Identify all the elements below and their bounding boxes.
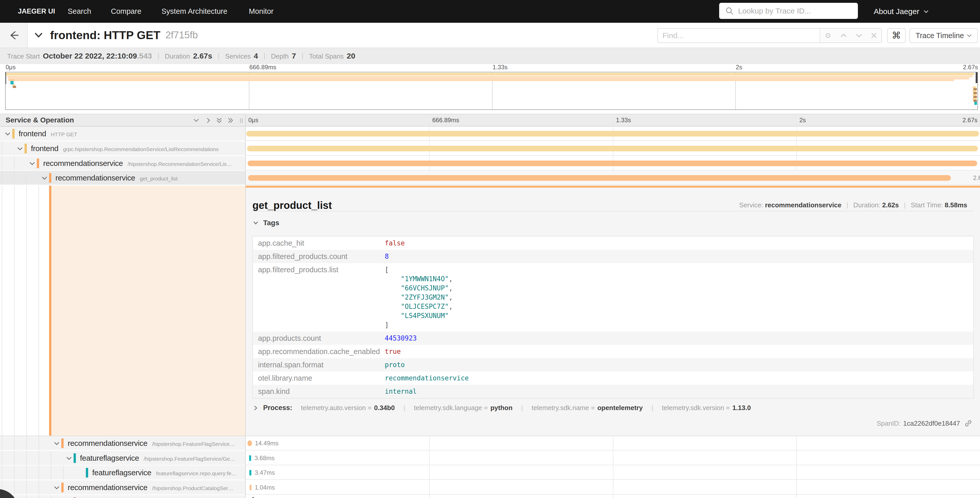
- meta-label: Start Time:: [911, 201, 945, 209]
- app-logo[interactable]: JAEGER UI: [18, 0, 55, 23]
- nav-item-search[interactable]: Search: [68, 0, 91, 23]
- span-bar[interactable]: [248, 161, 977, 166]
- tag-row[interactable]: app.filtered_products.count8: [253, 250, 974, 263]
- indent-guide: [14, 156, 14, 170]
- span-name-cell[interactable]: frontendgrpc.hipstershop.RecommendationS…: [0, 141, 245, 156]
- expand-chevron-icon[interactable]: [53, 484, 60, 492]
- nav-item-monitor[interactable]: Monitor: [249, 0, 274, 23]
- meta-value: 2.62s: [882, 201, 899, 209]
- span-row[interactable]: 1.04msrecommendationservice/hipstershop.…: [0, 480, 980, 495]
- indent-guide: [2, 171, 2, 185]
- search-icon: [725, 6, 734, 15]
- clear-find-icon[interactable]: [870, 32, 878, 40]
- minimap-scrubber-handle[interactable]: [5, 72, 6, 84]
- meta-label: Service:: [739, 201, 765, 209]
- span-row-timeline: 2.62s: [246, 171, 980, 185]
- process-value: python: [490, 404, 512, 412]
- indent-guide: [26, 436, 27, 450]
- span-name-cell[interactable]: featureflagservice/hipstershop.FeatureFl…: [0, 451, 245, 465]
- span-row[interactable]: 3.68msfeatureflagservice/hipstershop.Fea…: [0, 451, 980, 466]
- expand-chevron-icon[interactable]: [65, 455, 73, 463]
- span-row[interactable]: frontendHTTP GET: [0, 126, 980, 141]
- find-next-icon[interactable]: [854, 31, 863, 40]
- tag-row[interactable]: otel.library.namerecommendationservice: [253, 372, 974, 385]
- process-accordion[interactable]: Process: telemetry.auto.version =0.34b0|…: [252, 404, 751, 412]
- trace-view-select[interactable]: Trace Timeline: [910, 28, 978, 43]
- tag-row[interactable]: app.cache_hitfalse: [253, 236, 974, 250]
- indent-guide: [14, 466, 14, 479]
- span-name-cell[interactable]: frontendHTTP GET: [0, 126, 245, 141]
- tags-accordion[interactable]: Tags: [252, 219, 279, 227]
- span-row[interactable]: frontendgrpc.hipstershop.RecommendationS…: [0, 141, 980, 156]
- expand-chevron-icon[interactable]: [4, 130, 11, 139]
- process-separator: |: [651, 404, 653, 412]
- find-input[interactable]: Find...: [658, 29, 820, 42]
- indent-guide: [2, 141, 2, 155]
- collapse-trace-chevron-icon[interactable]: [34, 30, 43, 40]
- span-name-cell[interactable]: featureflagservicefeatureflagservice.rep…: [0, 466, 245, 480]
- span-row[interactable]: productcatalogservice: [0, 495, 980, 498]
- column-divider[interactable]: [245, 114, 246, 498]
- span-bar[interactable]: [250, 485, 251, 490]
- operation-name: /hipstershop.FeatureFlagService…: [152, 441, 235, 447]
- expand-chevron-icon[interactable]: [53, 440, 60, 448]
- tag-key: span.kind: [253, 385, 385, 398]
- minimap-scrubber-handle[interactable]: [976, 72, 977, 83]
- span-name-cell[interactable]: recommendationservice/hipstershop.Featur…: [0, 436, 245, 450]
- span-bar[interactable]: [248, 175, 951, 181]
- tag-row[interactable]: app.filtered_products.list[ "1YMWWN1N4O"…: [253, 263, 974, 332]
- summary-separator: |: [218, 52, 220, 60]
- minimap-span-bar: [974, 100, 977, 102]
- locate-span-icon[interactable]: [823, 31, 833, 40]
- operation-name: /hipstershop.ProductCatalogSer…: [152, 485, 234, 491]
- tag-row[interactable]: span.kindinternal: [253, 385, 974, 398]
- span-row[interactable]: recommendationservice/hipstershop.Recomm…: [0, 156, 980, 171]
- trace-minimap[interactable]: [5, 72, 978, 110]
- expand-chevron-icon[interactable]: [41, 175, 48, 183]
- span-bar[interactable]: [249, 470, 251, 476]
- summary-value: 2.67s: [193, 52, 212, 60]
- find-controls: [820, 29, 881, 42]
- minimap-tick-labels: 0μs666.89ms1.33s2s2.67s: [0, 64, 980, 72]
- span-bar[interactable]: [248, 441, 252, 446]
- span-name-cell[interactable]: recommendationserviceget_product_list: [0, 171, 245, 185]
- span-bar[interactable]: [247, 146, 978, 152]
- span-row[interactable]: 2.62srecommendationserviceget_product_li…: [0, 171, 980, 185]
- span-row[interactable]: 14.49msrecommendationservice/hipstershop…: [0, 436, 980, 451]
- expand-one-icon[interactable]: [205, 117, 212, 124]
- span-row-timeline: 3.68ms: [246, 451, 980, 465]
- expand-all-icon[interactable]: [227, 117, 234, 124]
- trace-title[interactable]: frontend: HTTP GET 2f715fb: [34, 23, 198, 48]
- service-name: recommendationservice/hipstershop.Produc…: [68, 480, 234, 495]
- nav-item-system-architecture[interactable]: System Architecture: [161, 0, 228, 23]
- expand-chevron-icon[interactable]: [16, 145, 24, 153]
- tag-row[interactable]: app.recommendation.cache_enabledtrue: [253, 345, 974, 358]
- span-bar[interactable]: [252, 497, 254, 498]
- keyboard-shortcuts-button[interactable]: ⌘: [887, 28, 906, 43]
- span-bar[interactable]: [249, 455, 251, 461]
- about-jaeger-menu[interactable]: About Jaeger: [874, 0, 929, 23]
- service-name: recommendationserviceget_product_list: [56, 171, 178, 185]
- trace-id-lookup[interactable]: Lookup by Trace ID...: [719, 3, 858, 19]
- copy-link-icon[interactable]: [964, 419, 972, 428]
- collapse-one-icon[interactable]: [192, 117, 200, 124]
- span-bar[interactable]: [246, 131, 979, 137]
- tag-value: internal: [385, 385, 974, 398]
- indent-guide: [51, 466, 51, 479]
- service-color-swatch: [49, 173, 51, 183]
- nav-item-compare[interactable]: Compare: [111, 0, 141, 23]
- tag-row[interactable]: app.products.count44530923: [253, 332, 974, 345]
- collapse-all-icon[interactable]: [215, 117, 223, 124]
- tags-title: Tags: [263, 219, 279, 227]
- span-name-cell[interactable]: recommendationservice/hipstershop.Produc…: [0, 480, 245, 495]
- tag-row[interactable]: internal.span.formatproto: [253, 358, 974, 372]
- span-name-cell[interactable]: productcatalogservice: [0, 495, 245, 498]
- expand-chevron-icon[interactable]: [29, 160, 36, 168]
- span-row[interactable]: 3.47msfeatureflagservicefeatureflagservi…: [0, 466, 980, 480]
- find-prev-icon[interactable]: [839, 31, 848, 40]
- column-resizer-handle[interactable]: [239, 118, 244, 123]
- tag-key: app.filtered_products.count: [253, 250, 385, 263]
- span-name-cell[interactable]: recommendationservice/hipstershop.Recomm…: [0, 156, 245, 171]
- service-operation-header: Service & Operation: [6, 116, 74, 124]
- back-button[interactable]: [0, 23, 28, 48]
